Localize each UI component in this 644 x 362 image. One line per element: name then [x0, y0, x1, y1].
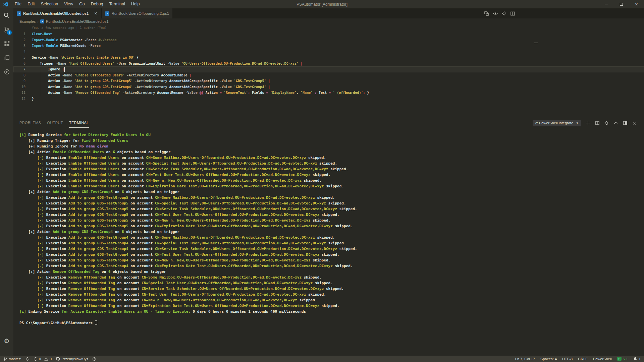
terminal-cursor: [95, 320, 97, 325]
line-number: 8: [13, 72, 25, 78]
eol-status[interactable]: CRLF: [578, 357, 588, 361]
menu-file[interactable]: File: [12, 0, 24, 8]
minimize-button[interactable]: [599, 0, 614, 8]
terminal-line: [+] Running Trigger for Find Offboarded …: [19, 138, 644, 143]
code-line: 8 Action -Name 'Enable Offboarded Users'…: [13, 72, 644, 78]
problems-status[interactable]: 0 0: [34, 357, 52, 361]
powershell-version-status[interactable]: > 5.1: [617, 357, 628, 361]
tab-label: RunBook.UsersEnableOffboarded.ps1: [23, 11, 89, 15]
preview-eye-icon[interactable]: [493, 11, 498, 16]
panel-tab-problems[interactable]: PROBLEMS: [19, 118, 41, 128]
terminal-execution-line: [-] Execution Add to group GDS-TestGroup…: [19, 218, 644, 223]
terminal-instance-dropdown[interactable]: 2: PowerShell Integrate ▼: [533, 120, 581, 126]
bottom-panel: PROBLEMSOUTPUTTERMINAL 2: PowerShell Int…: [13, 118, 644, 356]
terminal-output[interactable]: [i] Running Service for Active Directory…: [13, 128, 644, 356]
sync-icon[interactable]: [25, 357, 30, 361]
terminal-ending-line: [i] Ending Service for Active Directory …: [19, 309, 644, 314]
menu-terminal[interactable]: Terminal: [106, 0, 128, 8]
language-mode-status[interactable]: PowerShell: [593, 357, 612, 361]
code-line: 1Clear-Host: [13, 31, 644, 37]
code-editor[interactable]: You, a few seconds ago | 1 author (You) …: [13, 24, 644, 118]
terminal-prompt: PS C:\Support\GitHub\PSAutomator>: [19, 320, 644, 326]
tab-close-icon[interactable]: ✕: [93, 11, 98, 16]
terminal-execution-line: [-] Execution Add to group GDS-TestGroup…: [19, 235, 644, 240]
close-panel-icon[interactable]: [632, 121, 637, 125]
tab-runbook-usersoffboarding-2[interactable]: > RunBook.UsersOffboarding.2.ps1: [101, 8, 172, 18]
indentation-status[interactable]: Spaces: 4: [540, 357, 557, 361]
encoding-status[interactable]: UTF-8: [562, 357, 573, 361]
editor-tab-bar: > RunBook.UsersEnableOffboarded.ps1 ✕ > …: [13, 8, 644, 18]
menu-debug[interactable]: Debug: [88, 0, 106, 8]
maximize-panel-icon[interactable]: [623, 121, 628, 125]
chevron-up-icon[interactable]: [613, 121, 618, 125]
indent-guide: [40, 84, 40, 90]
split-terminal-icon[interactable]: [595, 121, 600, 125]
terminal-execution-line: [-] Execution Add to group GDS-TestGroup…: [19, 206, 644, 212]
terminal-execution-line: [-] Execution Add to group GDS-TestGroup…: [19, 257, 644, 263]
terminal-execution-line: [-] Execution Remove Offboarded Tag on a…: [19, 286, 644, 292]
code-line: 3Import-Module PSSharedGoods -Force: [13, 43, 644, 49]
menu-selection[interactable]: Selection: [38, 0, 61, 8]
breadcrumb-file[interactable]: RunBook.UsersEnableOffboarded.ps1: [46, 19, 109, 23]
git-branch-status[interactable]: master*: [3, 357, 21, 361]
vscode-window: FileEditSelectionViewGoDebugTerminalHelp…: [0, 0, 644, 362]
indent-guide: [40, 90, 40, 96]
maximize-button[interactable]: [614, 0, 629, 8]
panel-tab-output[interactable]: OUTPUT: [47, 118, 63, 128]
status-bar: master* 0 0 Przemy: [0, 356, 644, 362]
code-line-current: 7 Ignore |: [13, 66, 644, 72]
terminal-action-header: [+] Action Enable Offboarded Users on 6 …: [19, 149, 644, 155]
breadcrumb[interactable]: Examples › > RunBook.UsersEnableOffboard…: [13, 18, 644, 24]
close-button[interactable]: ✕: [629, 0, 644, 8]
tab-runbook-usersenableoffboarded[interactable]: > RunBook.UsersEnableOffboarded.ps1 ✕: [13, 8, 101, 18]
terminal-action-header: [+] Action Add to group GDS-TestGroup4 o…: [19, 229, 644, 235]
menu-go[interactable]: Go: [76, 0, 88, 8]
cursor-position-status[interactable]: Ln 7, Col 17: [515, 357, 535, 361]
terminal-execution-line: [-] Execution Enable Offboarded Users on…: [19, 161, 644, 166]
branch-icon: [3, 357, 7, 361]
split-editor-icon[interactable]: [510, 11, 515, 16]
code-line: 4: [13, 49, 644, 55]
editor-cursor: [64, 67, 65, 72]
powershell-icon: >: [617, 357, 622, 361]
github-account-status[interactable]: PrzemyslawKlys: [56, 357, 88, 361]
notifications-status[interactable]: 1: [633, 357, 641, 361]
github-icon: [56, 357, 60, 361]
clock-icon[interactable]: [92, 357, 96, 361]
bell-icon: [633, 357, 637, 361]
powershell-file-icon: >: [40, 19, 44, 23]
explorer-icon[interactable]: [0, 51, 13, 65]
settings-gear-icon[interactable]: ⚙: [0, 334, 13, 348]
menu-help[interactable]: Help: [128, 0, 143, 8]
window-controls: ✕: [599, 0, 644, 8]
debug-icon[interactable]: [0, 65, 13, 79]
line-number: 3: [13, 43, 25, 49]
code-line: 5Service -Name 'Active Directory Enable …: [13, 55, 644, 61]
menu-edit[interactable]: Edit: [24, 0, 38, 8]
menu-view[interactable]: View: [61, 0, 76, 8]
kill-terminal-trash-icon[interactable]: [604, 121, 609, 125]
terminal-execution-line: [-] Execution Remove Offboarded Tag on a…: [19, 280, 644, 286]
terminal-execution-line: [-] Execution Remove Offboarded Tag on a…: [19, 297, 644, 303]
line-number: 9: [13, 78, 25, 84]
line-number: 10: [13, 84, 25, 90]
panel-tab-terminal[interactable]: TERMINAL: [69, 118, 89, 128]
open-changes-icon[interactable]: [484, 11, 489, 16]
warning-icon: [44, 357, 48, 361]
extensions-icon[interactable]: [0, 37, 13, 51]
gitlens-icon[interactable]: [502, 11, 506, 16]
terminal-action-header: [+] Action Remove Offboarded Tag on 6 ob…: [19, 269, 644, 275]
terminal-execution-line: [-] Execution Add to group GDS-TestGroup…: [19, 263, 644, 269]
line-number: 2: [13, 37, 25, 43]
line-number: 1: [13, 31, 25, 37]
overview-ruler-mark: [534, 43, 538, 43]
line-number: 6: [13, 61, 25, 67]
source-control-icon[interactable]: 1: [0, 22, 13, 37]
new-terminal-icon[interactable]: [586, 121, 590, 125]
code-line: 12}: [13, 96, 644, 102]
breadcrumb-folder[interactable]: Examples: [19, 19, 36, 23]
terminal-line: [i] Running Service for Active Directory…: [19, 132, 644, 138]
terminal-execution-line: [-] Execution Add to group GDS-TestGroup…: [19, 246, 644, 252]
search-icon[interactable]: [0, 8, 13, 22]
powershell-file-icon: >: [105, 11, 109, 16]
